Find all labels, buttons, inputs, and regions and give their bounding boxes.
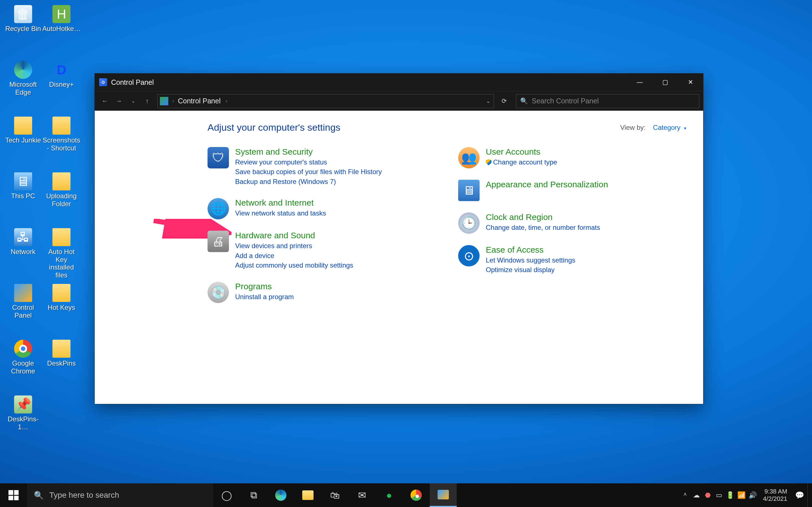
cortana-button[interactable]: ◯ xyxy=(213,483,240,507)
titlebar: ⚙ Control Panel — ▢ ✕ xyxy=(95,73,703,91)
category-link[interactable]: Add a device xyxy=(235,251,274,260)
tray-onedrive-icon[interactable]: ☁ xyxy=(691,483,702,507)
desktop-icon-tech-junkie[interactable]: Tech Junkie xyxy=(4,117,42,144)
search-icon: 🔍 xyxy=(520,98,528,105)
content-area: Adjust your computer's settings View by:… xyxy=(95,111,703,404)
address-bar[interactable]: › Control Panel › ⌄ xyxy=(157,94,494,108)
desktop-icon-glyph: 🗑 xyxy=(14,5,32,23)
breadcrumb-control-panel[interactable]: Control Panel xyxy=(178,97,220,105)
category-link[interactable]: Change date, time, or number formats xyxy=(486,223,600,232)
start-button[interactable] xyxy=(0,483,27,507)
tray-meet-now-icon[interactable]: ▭ xyxy=(713,483,725,507)
category-icon: 🌐 xyxy=(207,198,229,219)
category-title[interactable]: Hardware and Sound xyxy=(235,231,353,240)
tray-wifi-icon[interactable]: 📶 xyxy=(736,483,747,507)
page-heading: Adjust your computer's settings xyxy=(207,122,620,133)
control-panel-window: ⚙ Control Panel — ▢ ✕ ← → ⌄ ↑ › Control … xyxy=(94,73,703,404)
navigation-bar: ← → ⌄ ↑ › Control Panel › ⌄ ⟳ 🔍 xyxy=(95,91,703,111)
category-link[interactable]: Adjust commonly used mobility settings xyxy=(235,261,353,270)
desktop-icon-recycle-bin[interactable]: 🗑Recycle Bin xyxy=(4,5,42,33)
address-bar-dropdown[interactable]: ⌄ xyxy=(486,98,490,104)
desktop-icon-label: Network xyxy=(4,248,42,256)
desktop-icon-glyph xyxy=(14,340,32,358)
desktop-icon-google-chrome[interactable]: Google Chrome xyxy=(4,340,42,375)
taskbar-app-edge[interactable] xyxy=(267,483,294,507)
window-title: Control Panel xyxy=(111,78,627,87)
taskbar-app-control-panel[interactable] xyxy=(430,483,457,507)
taskbar-search[interactable]: 🔍 Type here to search xyxy=(27,483,213,507)
desktop-icon-glyph xyxy=(52,284,70,302)
desktop-icon-disney[interactable]: DDisney+ xyxy=(42,61,81,89)
category-icon: 🕒 xyxy=(458,212,479,234)
taskbar-search-placeholder: Type here to search xyxy=(49,491,119,500)
taskbar-app-chrome[interactable] xyxy=(403,483,430,507)
desktop-icon-auto-hot-key-installed-files[interactable]: Auto Hot Key installed files xyxy=(42,228,81,279)
control-panel-icon: ⚙ xyxy=(99,78,107,86)
desktop-icon-control-panel[interactable]: Control Panel xyxy=(4,284,42,319)
up-button[interactable]: ↑ xyxy=(141,95,153,107)
tray-battery-icon[interactable]: 🔋 xyxy=(725,483,736,507)
desktop-icon-microsoft-edge[interactable]: Microsoft Edge xyxy=(4,61,42,96)
category-column-right: 👥User AccountsChange account type🖥Appear… xyxy=(458,147,686,314)
recent-locations-button[interactable]: ⌄ xyxy=(127,95,139,107)
forward-button[interactable]: → xyxy=(113,95,125,107)
taskbar-app-file-explorer[interactable] xyxy=(294,483,321,507)
search-box[interactable]: 🔍 xyxy=(516,94,699,108)
show-desktop-button[interactable] xyxy=(808,483,810,507)
back-button[interactable]: ← xyxy=(99,95,111,107)
maximize-button[interactable]: ▢ xyxy=(652,73,678,91)
taskbar-clock[interactable]: 9:38 AM 4/2/2021 xyxy=(758,488,792,503)
desktop-icon-network[interactable]: 🖧Network xyxy=(4,228,42,256)
category-title[interactable]: Network and Internet xyxy=(235,198,326,208)
desktop-icon-deskpins-1[interactable]: 📌DeskPins-1… xyxy=(4,395,42,431)
view-by-value: Category xyxy=(653,124,680,131)
category-icon: 🖨 xyxy=(207,231,229,252)
desktop-icon-glyph xyxy=(14,284,32,302)
desktop-icon-label: Control Panel xyxy=(4,304,42,319)
category-link[interactable]: View devices and printers xyxy=(235,241,312,250)
tray-volume-icon[interactable]: 🔊 xyxy=(747,483,758,507)
desktop-icon-uploading-folder[interactable]: Uploading Folder xyxy=(42,172,81,208)
desktop-icon-deskpins[interactable]: DeskPins xyxy=(42,340,81,367)
close-button[interactable]: ✕ xyxy=(678,73,703,91)
taskbar-app-spotify[interactable]: ● xyxy=(375,483,403,507)
desktop-icon-hot-keys[interactable]: Hot Keys xyxy=(42,284,81,312)
tray-overflow-button[interactable]: ＾ xyxy=(679,483,691,507)
notifications-button[interactable]: 💬 xyxy=(792,483,808,507)
category-title[interactable]: Clock and Region xyxy=(486,212,600,222)
desktop-icon-this-pc[interactable]: 🖥This PC xyxy=(4,172,42,200)
category-link[interactable]: Save backup copies of your files with Fi… xyxy=(235,167,382,176)
desktop-icon-autohotke[interactable]: HAutoHotke… xyxy=(42,5,81,33)
category-title[interactable]: System and Security xyxy=(235,147,382,157)
category-link[interactable]: Review your computer's status xyxy=(235,158,327,167)
taskbar-app-mail[interactable]: ✉ xyxy=(349,483,375,507)
category-title[interactable]: User Accounts xyxy=(486,147,557,157)
desktop-icon-label: DeskPins xyxy=(42,359,81,367)
minimize-button[interactable]: — xyxy=(627,73,652,91)
category-title[interactable]: Ease of Access xyxy=(486,245,575,255)
desktop-icon-label: Microsoft Edge xyxy=(4,80,42,96)
category-link[interactable]: Uninstall a program xyxy=(235,292,294,301)
tray-security-icon[interactable]: ⬣ xyxy=(702,483,713,507)
category-hardware-and-sound: 🖨Hardware and SoundView devices and prin… xyxy=(207,231,436,270)
category-columns: 🛡System and SecurityReview your computer… xyxy=(207,147,686,314)
desktop-icon-screenshots-shortcut[interactable]: Screenshots - Shortcut xyxy=(42,117,81,152)
desktop-icon-glyph xyxy=(52,228,70,246)
category-title[interactable]: Appearance and Personalization xyxy=(486,180,608,189)
category-title[interactable]: Programs xyxy=(235,282,294,291)
view-by-select[interactable]: Category ▾ xyxy=(653,124,686,131)
category-link[interactable]: Change account type xyxy=(486,158,557,167)
refresh-button[interactable]: ⟳ xyxy=(498,95,510,107)
chevron-right-icon: › xyxy=(225,98,227,104)
category-user-accounts: 👥User AccountsChange account type xyxy=(458,147,686,168)
category-link[interactable]: Let Windows suggest settings xyxy=(486,256,575,265)
category-link[interactable]: Backup and Restore (Windows 7) xyxy=(235,177,336,186)
taskbar-app-store[interactable]: 🛍 xyxy=(321,483,349,507)
category-link[interactable]: Optimize visual display xyxy=(486,265,555,274)
search-input[interactable] xyxy=(532,97,695,105)
task-view-button[interactable]: ⧉ xyxy=(240,483,267,507)
category-link[interactable]: View network status and tasks xyxy=(235,209,326,218)
category-icon: 👥 xyxy=(458,147,479,168)
windows-logo-icon xyxy=(8,490,18,500)
desktop-icon-glyph: H xyxy=(52,5,70,23)
